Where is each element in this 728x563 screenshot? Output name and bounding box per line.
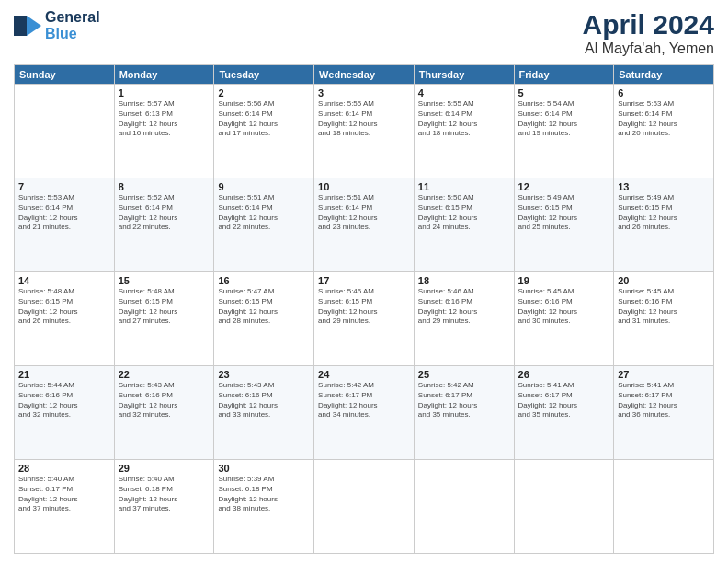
col-header-thursday: Thursday [414,65,514,85]
day-info: Sunrise: 5:45 AM Sunset: 6:16 PM Dayligh… [518,287,610,327]
day-cell: 17Sunrise: 5:46 AM Sunset: 6:15 PM Dayli… [314,272,415,366]
day-info: Sunrise: 5:43 AM Sunset: 6:16 PM Dayligh… [218,381,310,420]
day-number: 19 [518,275,610,286]
day-cell: 21Sunrise: 5:44 AM Sunset: 6:16 PM Dayli… [15,366,115,460]
day-number: 2 [218,87,310,98]
day-number: 30 [218,463,310,474]
logo-blue: Blue [45,26,100,42]
day-cell: 22Sunrise: 5:43 AM Sunset: 6:16 PM Dayli… [114,366,214,460]
day-cell: 1Sunrise: 5:57 AM Sunset: 6:13 PM Daylig… [114,85,214,178]
day-info: Sunrise: 5:51 AM Sunset: 6:14 PM Dayligh… [318,193,410,233]
day-number: 22 [119,369,210,380]
day-number: 18 [418,275,510,286]
day-info: Sunrise: 5:48 AM Sunset: 6:15 PM Dayligh… [119,287,210,327]
location-title: Al Mayfa'ah, Yemen [583,40,714,57]
day-number: 26 [518,369,610,380]
day-cell [15,85,115,178]
day-number: 27 [618,369,710,380]
header: General Blue April 2024 Al Mayfa'ah, Yem… [14,9,714,57]
day-info: Sunrise: 5:49 AM Sunset: 6:15 PM Dayligh… [618,193,710,233]
day-cell: 25Sunrise: 5:42 AM Sunset: 6:17 PM Dayli… [414,366,514,460]
day-number: 11 [418,181,510,192]
day-info: Sunrise: 5:48 AM Sunset: 6:15 PM Dayligh… [18,287,110,327]
week-row-3: 14Sunrise: 5:48 AM Sunset: 6:15 PM Dayli… [15,272,714,366]
day-cell: 12Sunrise: 5:49 AM Sunset: 6:15 PM Dayli… [514,178,614,272]
day-number: 28 [18,463,110,474]
day-number: 17 [318,275,410,286]
day-cell [414,460,514,554]
week-row-5: 28Sunrise: 5:40 AM Sunset: 6:17 PM Dayli… [15,460,714,554]
day-number: 8 [119,181,210,192]
day-cell: 9Sunrise: 5:51 AM Sunset: 6:14 PM Daylig… [214,178,314,272]
day-info: Sunrise: 5:49 AM Sunset: 6:15 PM Dayligh… [518,193,610,233]
day-info: Sunrise: 5:47 AM Sunset: 6:15 PM Dayligh… [218,287,310,327]
day-cell: 29Sunrise: 5:40 AM Sunset: 6:18 PM Dayli… [114,460,214,554]
day-number: 9 [218,181,310,192]
week-row-2: 7Sunrise: 5:53 AM Sunset: 6:14 PM Daylig… [15,178,714,272]
svg-rect-0 [14,16,27,36]
day-info: Sunrise: 5:54 AM Sunset: 6:14 PM Dayligh… [518,99,610,139]
logo: General Blue [14,9,100,41]
day-cell: 11Sunrise: 5:50 AM Sunset: 6:15 PM Dayli… [414,178,514,272]
day-number: 14 [18,275,110,286]
day-cell: 10Sunrise: 5:51 AM Sunset: 6:14 PM Dayli… [314,178,415,272]
day-info: Sunrise: 5:53 AM Sunset: 6:14 PM Dayligh… [18,193,110,233]
day-info: Sunrise: 5:40 AM Sunset: 6:17 PM Dayligh… [18,475,110,514]
day-number: 21 [18,369,110,380]
col-header-saturday: Saturday [614,65,714,85]
day-info: Sunrise: 5:51 AM Sunset: 6:14 PM Dayligh… [218,193,310,233]
week-row-1: 1Sunrise: 5:57 AM Sunset: 6:13 PM Daylig… [15,85,714,178]
day-info: Sunrise: 5:42 AM Sunset: 6:17 PM Dayligh… [318,381,410,420]
col-header-friday: Friday [514,65,614,85]
col-header-tuesday: Tuesday [214,65,314,85]
day-info: Sunrise: 5:56 AM Sunset: 6:14 PM Dayligh… [218,99,310,139]
day-info: Sunrise: 5:44 AM Sunset: 6:16 PM Dayligh… [18,381,110,420]
day-info: Sunrise: 5:50 AM Sunset: 6:15 PM Dayligh… [418,193,510,233]
day-cell: 18Sunrise: 5:46 AM Sunset: 6:16 PM Dayli… [414,272,514,366]
day-cell: 28Sunrise: 5:40 AM Sunset: 6:17 PM Dayli… [15,460,115,554]
day-number: 6 [618,87,710,98]
day-number: 4 [418,87,510,98]
day-cell: 15Sunrise: 5:48 AM Sunset: 6:15 PM Dayli… [114,272,214,366]
day-number: 25 [418,369,510,380]
column-headers: SundayMondayTuesdayWednesdayThursdayFrid… [15,65,714,85]
day-info: Sunrise: 5:43 AM Sunset: 6:16 PM Dayligh… [119,381,210,420]
week-row-4: 21Sunrise: 5:44 AM Sunset: 6:16 PM Dayli… [15,366,714,460]
svg-marker-1 [27,16,41,36]
day-cell: 3Sunrise: 5:55 AM Sunset: 6:14 PM Daylig… [314,85,415,178]
day-cell: 8Sunrise: 5:52 AM Sunset: 6:14 PM Daylig… [114,178,214,272]
day-cell: 24Sunrise: 5:42 AM Sunset: 6:17 PM Dayli… [314,366,415,460]
day-cell: 14Sunrise: 5:48 AM Sunset: 6:15 PM Dayli… [15,272,115,366]
day-number: 10 [318,181,410,192]
month-title: April 2024 [583,9,714,40]
day-cell: 23Sunrise: 5:43 AM Sunset: 6:16 PM Dayli… [214,366,314,460]
col-header-wednesday: Wednesday [314,65,415,85]
day-number: 5 [518,87,610,98]
day-info: Sunrise: 5:45 AM Sunset: 6:16 PM Dayligh… [618,287,710,327]
day-info: Sunrise: 5:57 AM Sunset: 6:13 PM Dayligh… [119,99,210,139]
col-header-monday: Monday [114,65,214,85]
day-number: 7 [18,181,110,192]
day-info: Sunrise: 5:42 AM Sunset: 6:17 PM Dayligh… [418,381,510,420]
day-cell [614,460,714,554]
day-info: Sunrise: 5:55 AM Sunset: 6:14 PM Dayligh… [418,99,510,139]
day-cell: 16Sunrise: 5:47 AM Sunset: 6:15 PM Dayli… [214,272,314,366]
day-info: Sunrise: 5:39 AM Sunset: 6:18 PM Dayligh… [218,475,310,514]
day-info: Sunrise: 5:52 AM Sunset: 6:14 PM Dayligh… [119,193,210,233]
day-info: Sunrise: 5:55 AM Sunset: 6:14 PM Dayligh… [318,99,410,139]
logo-icon [14,16,41,36]
col-header-sunday: Sunday [15,65,115,85]
day-number: 15 [119,275,210,286]
day-number: 13 [618,181,710,192]
day-number: 16 [218,275,310,286]
calendar-body: 1Sunrise: 5:57 AM Sunset: 6:13 PM Daylig… [15,85,714,554]
day-number: 23 [218,369,310,380]
day-info: Sunrise: 5:46 AM Sunset: 6:16 PM Dayligh… [418,287,510,327]
logo-general: General [45,9,100,26]
day-cell: 7Sunrise: 5:53 AM Sunset: 6:14 PM Daylig… [15,178,115,272]
day-cell [314,460,415,554]
day-number: 24 [318,369,410,380]
day-cell: 30Sunrise: 5:39 AM Sunset: 6:18 PM Dayli… [214,460,314,554]
day-cell: 20Sunrise: 5:45 AM Sunset: 6:16 PM Dayli… [614,272,714,366]
day-cell: 19Sunrise: 5:45 AM Sunset: 6:16 PM Dayli… [514,272,614,366]
